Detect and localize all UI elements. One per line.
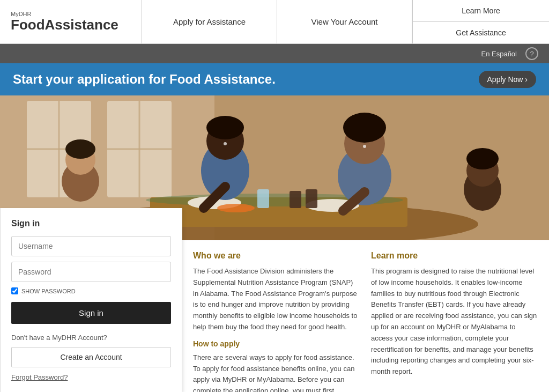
help-icon[interactable]: ? [525, 47, 538, 60]
nav-view[interactable]: View Your Account [277, 0, 412, 43]
create-account-button[interactable]: Create an Account [11, 347, 171, 367]
logo-area: MyDHR FoodAssistance [0, 0, 142, 43]
how-to-apply-text: There are several ways to apply for food… [193, 352, 360, 392]
show-password-checkbox[interactable] [11, 287, 18, 294]
main-content: Sign in SHOW PASSWORD Sign in Don't have… [0, 240, 549, 392]
nav-learn-more[interactable]: Learn More [413, 0, 549, 22]
username-input[interactable] [11, 236, 171, 256]
who-we-are-text: The Food Assistance Division administers… [193, 266, 360, 333]
espanol-link[interactable]: En Español [481, 50, 517, 58]
nav-get-assistance[interactable]: Get Assistance [413, 22, 549, 43]
logo-food: FoodAssistance [11, 17, 131, 33]
signin-heading: Sign in [11, 219, 171, 228]
signin-panel: Sign in SHOW PASSWORD Sign in Don't have… [0, 208, 182, 392]
svg-rect-15 [306, 189, 317, 208]
svg-point-25 [343, 113, 386, 143]
nav-apply[interactable]: Apply for Assistance [142, 0, 277, 43]
no-account-text: Don't have a MyDHR Account? [11, 334, 171, 342]
how-to-apply-heading: How to apply [193, 339, 360, 348]
top-nav: MyDHR FoodAssistance Apply for Assistanc… [0, 0, 549, 44]
svg-point-28 [466, 148, 499, 169]
info-columns: Who we are The Food Assistance Division … [182, 240, 549, 392]
svg-point-16 [217, 204, 255, 212]
hero-title: Start your application for Food Assistan… [13, 72, 468, 87]
forgot-password-link[interactable]: Forgot Password? [11, 373, 68, 381]
svg-rect-14 [290, 191, 301, 208]
who-we-are-col: Who we are The Food Assistance Division … [193, 251, 360, 392]
show-password-label: SHOW PASSWORD [21, 288, 76, 294]
learn-more-text: This program is designed to raise the nu… [371, 266, 538, 378]
apply-now-button[interactable]: Apply Now › [479, 71, 536, 88]
signin-button[interactable]: Sign in [11, 302, 171, 324]
svg-rect-13 [257, 189, 269, 208]
password-input[interactable] [11, 262, 171, 282]
who-we-are-heading: Who we are [193, 251, 360, 261]
learn-more-col: Learn more This program is designed to r… [371, 251, 538, 392]
svg-point-31 [224, 142, 227, 145]
learn-more-heading: Learn more [371, 251, 538, 261]
svg-point-32 [363, 145, 366, 148]
hero-banner: Start your application for Food Assistan… [0, 63, 549, 95]
svg-point-19 [65, 139, 95, 159]
nav-right: Learn More Get Assistance [412, 0, 549, 43]
show-password-row: SHOW PASSWORD [11, 287, 171, 294]
svg-point-22 [206, 116, 244, 139]
sub-bar: En Español ? [0, 44, 549, 63]
